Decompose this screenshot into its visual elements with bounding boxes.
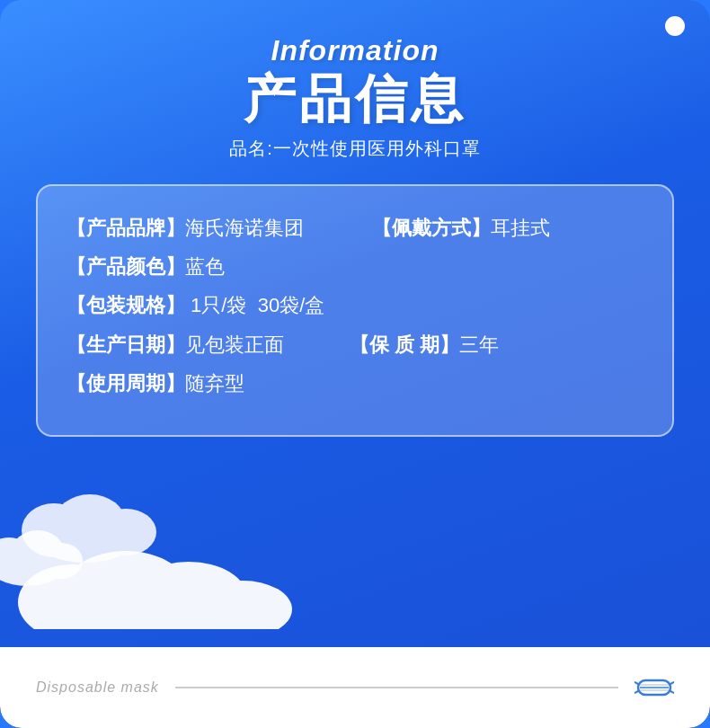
svg-point-10 (22, 503, 86, 557)
label-expiry: 【保 质 期】 (350, 328, 459, 361)
value-usage: 随弃型 (185, 367, 244, 400)
svg-point-4 (193, 581, 292, 629)
svg-point-12 (95, 509, 156, 555)
info-row-4: 【生产日期】 见包装正面 【保 质 期】 三年 (67, 328, 643, 361)
label-usage: 【使用周期】 (67, 367, 185, 400)
mask-icon (635, 673, 674, 702)
title-english: Information (0, 34, 710, 67)
bottom-line (175, 687, 618, 688)
info-box: 【产品品牌】 海氏海诺集团 【佩戴方式】 耳挂式 【产品颜色】 蓝色 【包装规格… (36, 184, 674, 437)
value-color: 蓝色 (185, 250, 225, 283)
svg-line-16 (670, 682, 674, 684)
circle-decoration (665, 16, 685, 36)
value-production: 见包装正面 (185, 328, 317, 361)
title-chinese: 产品信息 (0, 69, 710, 129)
value-expiry: 三年 (459, 328, 499, 361)
svg-point-7 (11, 530, 65, 577)
svg-point-6 (0, 537, 34, 581)
clouds-svg (0, 485, 710, 629)
value-package: 1只/袋 30袋/盒 (185, 289, 324, 322)
svg-point-2 (63, 551, 189, 629)
bottom-bar: Disposable mask (0, 647, 710, 728)
label-brand: 【产品品牌】 (67, 211, 185, 244)
info-row-1: 【产品品牌】 海氏海诺集团 【佩戴方式】 耳挂式 (67, 211, 643, 244)
label-wear: 【佩戴方式】 (372, 211, 491, 244)
svg-point-8 (40, 543, 83, 579)
svg-line-17 (670, 691, 674, 693)
svg-point-5 (0, 546, 65, 586)
value-brand: 海氏海诺集团 (185, 211, 304, 244)
svg-point-11 (54, 494, 126, 552)
info-row-2: 【产品颜色】 蓝色 (67, 250, 643, 283)
product-name: 品名:一次性使用医用外科口罩 (0, 137, 710, 161)
page-container: Information 产品信息 品名:一次性使用医用外科口罩 【产品品牌】 海… (0, 0, 710, 728)
header: Information 产品信息 品名:一次性使用医用外科口罩 (0, 0, 710, 161)
clouds-area (0, 485, 710, 629)
label-color: 【产品颜色】 (67, 250, 185, 283)
svg-line-14 (635, 682, 638, 684)
label-production: 【生产日期】 (67, 328, 185, 361)
info-row-3: 【包装规格】 1只/袋 30袋/盒 (67, 289, 643, 322)
info-row-5: 【使用周期】 随弃型 (67, 367, 643, 400)
value-wear: 耳挂式 (491, 211, 550, 244)
label-package: 【包装规格】 (67, 289, 185, 322)
svg-point-9 (36, 516, 135, 563)
svg-line-15 (635, 691, 638, 693)
svg-point-1 (18, 564, 126, 629)
bottom-text: Disposable mask (36, 679, 159, 696)
svg-point-0 (27, 582, 261, 629)
svg-point-3 (130, 562, 247, 629)
